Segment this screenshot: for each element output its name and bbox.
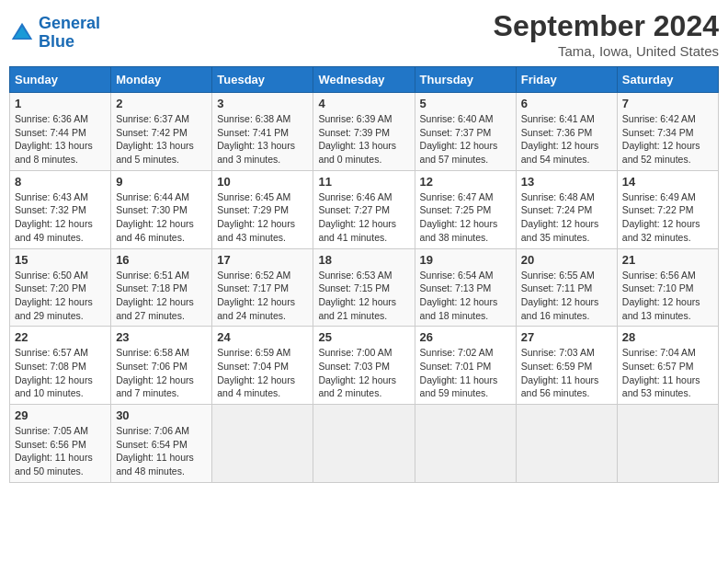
day-cell xyxy=(617,405,718,483)
day-info: Sunrise: 6:59 AM Sunset: 7:04 PM Dayligh… xyxy=(217,346,308,400)
day-number: 23 xyxy=(116,330,207,344)
day-info: Sunrise: 6:50 AM Sunset: 7:20 PM Dayligh… xyxy=(15,269,106,323)
day-number: 3 xyxy=(217,97,308,110)
day-info: Sunrise: 6:37 AM Sunset: 7:42 PM Dayligh… xyxy=(116,112,207,167)
day-number: 13 xyxy=(521,175,612,189)
logo-text: General Blue xyxy=(39,15,100,52)
day-cell: 30Sunrise: 7:06 AM Sunset: 6:54 PM Dayli… xyxy=(111,405,212,483)
day-cell: 5Sunrise: 6:40 AM Sunset: 7:37 PM Daylig… xyxy=(415,93,516,171)
day-header-friday: Friday xyxy=(516,67,617,93)
day-cell: 21Sunrise: 6:56 AM Sunset: 7:10 PM Dayli… xyxy=(617,248,718,327)
day-cell: 29Sunrise: 7:05 AM Sunset: 6:56 PM Dayli… xyxy=(10,405,111,483)
day-number: 2 xyxy=(116,97,207,110)
week-row-3: 15Sunrise: 6:50 AM Sunset: 7:20 PM Dayli… xyxy=(10,248,719,327)
day-info: Sunrise: 6:46 AM Sunset: 7:27 PM Dayligh… xyxy=(318,190,409,245)
day-cell: 26Sunrise: 7:02 AM Sunset: 7:01 PM Dayli… xyxy=(415,327,516,405)
day-cell: 17Sunrise: 6:52 AM Sunset: 7:17 PM Dayli… xyxy=(212,248,313,327)
day-number: 10 xyxy=(217,175,308,189)
day-header-saturday: Saturday xyxy=(617,67,718,93)
day-number: 26 xyxy=(420,330,511,344)
day-info: Sunrise: 7:05 AM Sunset: 6:56 PM Dayligh… xyxy=(15,424,106,478)
day-info: Sunrise: 6:53 AM Sunset: 7:15 PM Dayligh… xyxy=(318,269,409,323)
day-cell: 20Sunrise: 6:55 AM Sunset: 7:11 PM Dayli… xyxy=(516,248,617,327)
day-info: Sunrise: 6:55 AM Sunset: 7:11 PM Dayligh… xyxy=(521,269,612,323)
calendar-table: SundayMondayTuesdayWednesdayThursdayFrid… xyxy=(9,66,719,483)
calendar-body: 1Sunrise: 6:36 AM Sunset: 7:44 PM Daylig… xyxy=(10,93,719,483)
day-cell: 7Sunrise: 6:42 AM Sunset: 7:34 PM Daylig… xyxy=(617,93,718,171)
day-header-wednesday: Wednesday xyxy=(313,67,415,93)
day-info: Sunrise: 6:44 AM Sunset: 7:30 PM Dayligh… xyxy=(116,190,207,245)
day-number: 16 xyxy=(116,253,207,267)
day-cell: 8Sunrise: 6:43 AM Sunset: 7:32 PM Daylig… xyxy=(10,170,111,248)
day-number: 17 xyxy=(217,253,308,267)
day-number: 25 xyxy=(318,330,409,344)
day-cell: 16Sunrise: 6:51 AM Sunset: 7:18 PM Dayli… xyxy=(111,248,212,327)
day-info: Sunrise: 6:41 AM Sunset: 7:36 PM Dayligh… xyxy=(521,112,612,167)
day-number: 22 xyxy=(15,330,106,344)
day-info: Sunrise: 6:52 AM Sunset: 7:17 PM Dayligh… xyxy=(217,269,308,323)
day-cell: 19Sunrise: 6:54 AM Sunset: 7:13 PM Dayli… xyxy=(415,248,516,327)
day-number: 27 xyxy=(521,330,612,344)
day-number: 12 xyxy=(420,175,511,189)
day-info: Sunrise: 7:03 AM Sunset: 6:59 PM Dayligh… xyxy=(521,346,612,400)
day-number: 15 xyxy=(15,253,106,267)
day-number: 6 xyxy=(521,97,612,110)
day-number: 14 xyxy=(622,175,713,189)
day-number: 21 xyxy=(622,253,713,267)
calendar-header-row: SundayMondayTuesdayWednesdayThursdayFrid… xyxy=(10,67,719,93)
day-header-tuesday: Tuesday xyxy=(212,67,313,93)
day-info: Sunrise: 6:43 AM Sunset: 7:32 PM Dayligh… xyxy=(15,190,106,245)
day-info: Sunrise: 6:54 AM Sunset: 7:13 PM Dayligh… xyxy=(420,269,511,323)
day-info: Sunrise: 6:51 AM Sunset: 7:18 PM Dayligh… xyxy=(116,269,207,323)
day-info: Sunrise: 7:02 AM Sunset: 7:01 PM Dayligh… xyxy=(420,346,511,400)
day-info: Sunrise: 6:56 AM Sunset: 7:10 PM Dayligh… xyxy=(622,269,713,323)
day-info: Sunrise: 6:48 AM Sunset: 7:24 PM Dayligh… xyxy=(521,190,612,245)
day-cell xyxy=(313,405,415,483)
day-number: 29 xyxy=(15,408,106,422)
day-number: 30 xyxy=(116,408,207,422)
location-title: Tama, Iowa, United States xyxy=(494,43,719,59)
day-cell: 15Sunrise: 6:50 AM Sunset: 7:20 PM Dayli… xyxy=(10,248,111,327)
day-header-sunday: Sunday xyxy=(10,67,111,93)
day-cell: 13Sunrise: 6:48 AM Sunset: 7:24 PM Dayli… xyxy=(516,170,617,248)
day-info: Sunrise: 6:40 AM Sunset: 7:37 PM Dayligh… xyxy=(420,112,511,167)
day-cell: 22Sunrise: 6:57 AM Sunset: 7:08 PM Dayli… xyxy=(10,327,111,405)
day-number: 1 xyxy=(15,97,106,110)
day-number: 9 xyxy=(116,175,207,189)
day-info: Sunrise: 6:49 AM Sunset: 7:22 PM Dayligh… xyxy=(622,190,713,245)
day-cell: 6Sunrise: 6:41 AM Sunset: 7:36 PM Daylig… xyxy=(516,93,617,171)
day-number: 28 xyxy=(622,330,713,344)
day-cell: 10Sunrise: 6:45 AM Sunset: 7:29 PM Dayli… xyxy=(212,170,313,248)
day-number: 11 xyxy=(318,175,409,189)
day-info: Sunrise: 6:39 AM Sunset: 7:39 PM Dayligh… xyxy=(318,112,409,167)
day-info: Sunrise: 6:38 AM Sunset: 7:41 PM Dayligh… xyxy=(217,112,308,167)
day-cell: 28Sunrise: 7:04 AM Sunset: 6:57 PM Dayli… xyxy=(617,327,718,405)
day-cell xyxy=(212,405,313,483)
day-cell: 14Sunrise: 6:49 AM Sunset: 7:22 PM Dayli… xyxy=(617,170,718,248)
logo: General Blue xyxy=(9,15,100,52)
day-header-monday: Monday xyxy=(111,67,212,93)
day-info: Sunrise: 6:57 AM Sunset: 7:08 PM Dayligh… xyxy=(15,346,106,400)
day-number: 8 xyxy=(15,175,106,189)
day-info: Sunrise: 7:00 AM Sunset: 7:03 PM Dayligh… xyxy=(318,346,409,400)
logo-line1: General xyxy=(39,14,100,32)
day-number: 18 xyxy=(318,253,409,267)
week-row-1: 1Sunrise: 6:36 AM Sunset: 7:44 PM Daylig… xyxy=(10,93,719,171)
day-cell: 3Sunrise: 6:38 AM Sunset: 7:41 PM Daylig… xyxy=(212,93,313,171)
day-cell: 23Sunrise: 6:58 AM Sunset: 7:06 PM Dayli… xyxy=(111,327,212,405)
day-number: 20 xyxy=(521,253,612,267)
day-cell: 12Sunrise: 6:47 AM Sunset: 7:25 PM Dayli… xyxy=(415,170,516,248)
logo-line2: Blue xyxy=(39,32,74,51)
day-info: Sunrise: 7:04 AM Sunset: 6:57 PM Dayligh… xyxy=(622,346,713,400)
month-title: September 2024 xyxy=(494,9,719,43)
day-info: Sunrise: 6:36 AM Sunset: 7:44 PM Dayligh… xyxy=(15,112,106,167)
header: General Blue September 2024 Tama, Iowa, … xyxy=(9,9,719,59)
day-info: Sunrise: 6:45 AM Sunset: 7:29 PM Dayligh… xyxy=(217,190,308,245)
day-cell: 18Sunrise: 6:53 AM Sunset: 7:15 PM Dayli… xyxy=(313,248,415,327)
title-area: September 2024 Tama, Iowa, United States xyxy=(494,9,719,59)
day-cell xyxy=(516,405,617,483)
day-info: Sunrise: 7:06 AM Sunset: 6:54 PM Dayligh… xyxy=(116,424,207,478)
day-number: 24 xyxy=(217,330,308,344)
day-cell: 27Sunrise: 7:03 AM Sunset: 6:59 PM Dayli… xyxy=(516,327,617,405)
week-row-5: 29Sunrise: 7:05 AM Sunset: 6:56 PM Dayli… xyxy=(10,405,719,483)
